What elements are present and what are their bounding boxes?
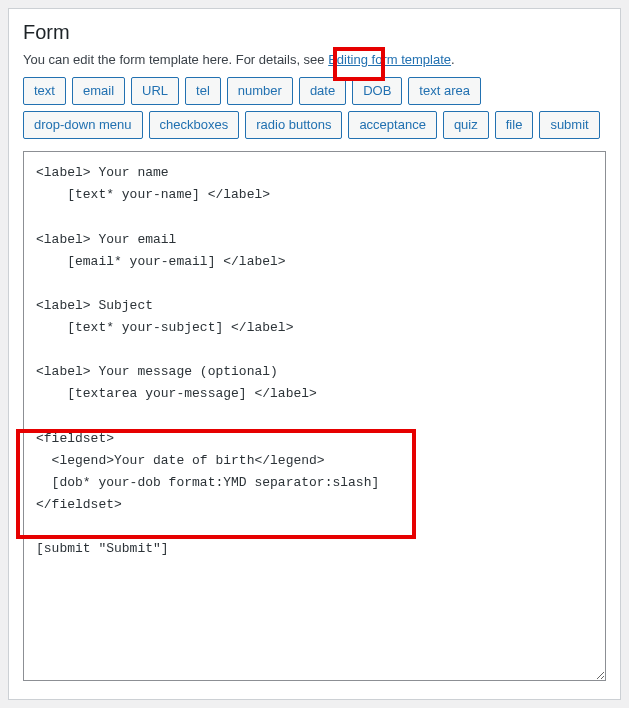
tag-dob-button[interactable]: DOB <box>352 77 402 105</box>
tag-tel-button[interactable]: tel <box>185 77 221 105</box>
tag-date-button[interactable]: date <box>299 77 346 105</box>
tag-number-button[interactable]: number <box>227 77 293 105</box>
description-suffix: . <box>451 52 455 67</box>
textarea-wrapper <box>23 151 606 685</box>
tag-email-button[interactable]: email <box>72 77 125 105</box>
tag-dropdown-button[interactable]: drop-down menu <box>23 111 143 139</box>
form-panel: Form You can edit the form template here… <box>8 8 621 700</box>
tag-url-button[interactable]: URL <box>131 77 179 105</box>
tag-file-button[interactable]: file <box>495 111 534 139</box>
tag-acceptance-button[interactable]: acceptance <box>348 111 437 139</box>
form-template-textarea[interactable] <box>23 151 606 681</box>
tag-radio-button[interactable]: radio buttons <box>245 111 342 139</box>
tag-text-button[interactable]: text <box>23 77 66 105</box>
tag-generator-toolbar: text email URL tel number date DOB text … <box>23 77 606 139</box>
form-description: You can edit the form template here. For… <box>23 52 606 67</box>
editing-form-template-link[interactable]: Editing form template <box>328 52 451 67</box>
tag-checkboxes-button[interactable]: checkboxes <box>149 111 240 139</box>
description-prefix: You can edit the form template here. For… <box>23 52 328 67</box>
form-title: Form <box>23 21 606 44</box>
tag-quiz-button[interactable]: quiz <box>443 111 489 139</box>
tag-submit-button[interactable]: submit <box>539 111 599 139</box>
tag-textarea-button[interactable]: text area <box>408 77 481 105</box>
